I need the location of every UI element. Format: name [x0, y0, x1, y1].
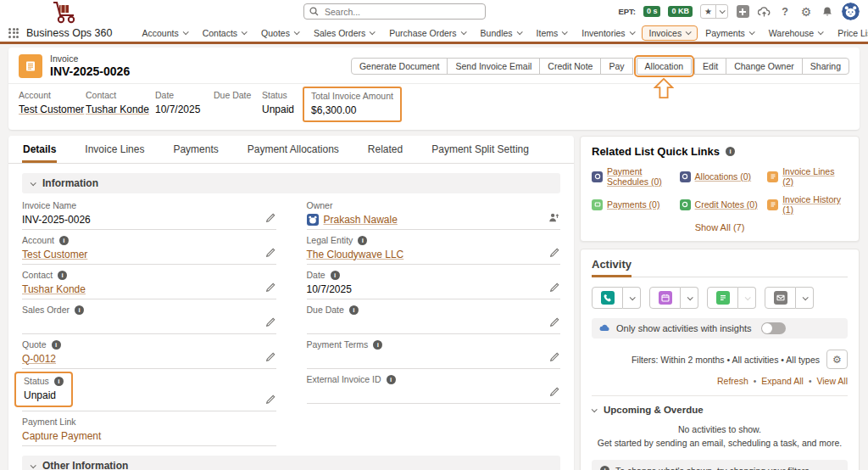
app-launcher-icon[interactable]: [8, 28, 19, 38]
nav-tab-items[interactable]: Items: [529, 26, 575, 40]
tab-payments[interactable]: Payments: [172, 136, 219, 163]
activity-filter-gear-icon[interactable]: ⚙: [826, 350, 848, 369]
chevron-down-icon: [370, 29, 376, 35]
add-icon[interactable]: [736, 5, 749, 19]
pay-button[interactable]: Pay: [600, 58, 632, 75]
nav-tab-invoices[interactable]: Invoices: [642, 25, 698, 41]
info-icon[interactable]: [54, 377, 64, 386]
tab-payment-split-setting[interactable]: Payment Split Setting: [431, 136, 530, 163]
info-icon[interactable]: [387, 375, 396, 384]
edit-pencil-icon[interactable]: [549, 317, 559, 327]
nav-tab-warehouse[interactable]: Warehouse: [761, 26, 830, 40]
account-link[interactable]: Test Customer: [19, 104, 79, 115]
nav-tab-purchase-orders[interactable]: Purchase Orders: [381, 26, 472, 40]
user-avatar[interactable]: [842, 3, 860, 20]
owner-avatar: [307, 214, 319, 226]
section-information[interactable]: Information: [22, 173, 560, 193]
edit-pencil-icon[interactable]: [549, 283, 559, 293]
quick-link-payments[interactable]: Payments (0): [592, 194, 676, 215]
contact-link[interactable]: Tushar Konde: [86, 104, 148, 115]
new-task-button[interactable]: [707, 287, 738, 309]
capture-payment-link[interactable]: Capture Payment: [22, 430, 101, 442]
section-other-information[interactable]: Other Information: [22, 456, 560, 470]
nav-tab-contacts[interactable]: Contacts: [195, 26, 253, 40]
nav-tab-quotes[interactable]: Quotes: [253, 26, 306, 40]
info-icon[interactable]: [373, 340, 382, 350]
log-a-call-button[interactable]: [592, 287, 623, 309]
info-icon[interactable]: [358, 236, 367, 245]
info-icon[interactable]: [75, 305, 84, 315]
quote-link[interactable]: Q-0012: [22, 353, 56, 365]
generate-document-button[interactable]: Generate Document: [351, 58, 448, 75]
activity-tab[interactable]: Activity: [592, 258, 632, 277]
quick-link-invoice-lines[interactable]: Invoice Lines (2): [767, 166, 848, 187]
info-icon[interactable]: [58, 271, 67, 280]
info-icon[interactable]: [349, 305, 359, 315]
quick-link-credit-notes[interactable]: Credit Notes (0): [680, 194, 765, 215]
refresh-link[interactable]: Refresh: [717, 376, 748, 386]
favorite-star-icon[interactable]: ★: [701, 5, 715, 18]
nav-tab-accounts[interactable]: Accounts: [134, 26, 194, 40]
sharing-button[interactable]: Sharing: [802, 58, 849, 75]
guidance-icon[interactable]: [757, 5, 771, 19]
edit-pencil-icon[interactable]: [549, 387, 559, 397]
help-icon[interactable]: ?: [778, 5, 792, 19]
nav-tab-bundles[interactable]: Bundles: [473, 26, 529, 40]
edit-pencil-icon[interactable]: [265, 248, 275, 258]
insights-toggle[interactable]: [761, 322, 786, 334]
nav-tab-price-lists[interactable]: Price Lists: [830, 26, 868, 40]
nav-tabs: Accounts Contacts Quotes Sales Orders Pu…: [134, 25, 868, 41]
expand-all-link[interactable]: Expand All: [761, 376, 804, 386]
view-all-link[interactable]: View All: [816, 376, 848, 386]
info-icon: [600, 466, 609, 470]
account-link[interactable]: Test Customer: [22, 249, 87, 260]
nav-tab-sales-orders[interactable]: Sales Orders: [306, 26, 381, 40]
info-icon[interactable]: [59, 236, 69, 245]
edit-pencil-icon[interactable]: [265, 283, 275, 293]
new-event-dropdown[interactable]: [681, 287, 698, 309]
show-all-link[interactable]: Show All (7): [695, 222, 745, 232]
search-input[interactable]: [303, 3, 486, 20]
quick-link-allocations[interactable]: Allocations (0): [680, 166, 765, 187]
edit-pencil-icon[interactable]: [265, 394, 275, 405]
quick-link-payment-schedules[interactable]: Payment Schedules (0): [592, 166, 676, 187]
change-owner-button[interactable]: Change Owner: [726, 58, 803, 75]
nav-tab-label: Contacts: [203, 28, 237, 38]
edit-pencil-icon[interactable]: [265, 213, 275, 223]
edit-pencil-icon[interactable]: [549, 352, 559, 362]
info-icon[interactable]: [726, 147, 735, 156]
allocation-button[interactable]: Allocation: [637, 58, 693, 75]
email-button[interactable]: [765, 287, 796, 309]
new-task-dropdown[interactable]: [738, 287, 756, 309]
info-icon[interactable]: [52, 340, 61, 350]
log-a-call-dropdown[interactable]: [623, 287, 641, 309]
app-name: Business Ops 360: [26, 27, 112, 39]
chevron-down-icon: [460, 29, 466, 35]
change-owner-icon[interactable]: [548, 212, 559, 223]
contact-link[interactable]: Tushar Konde: [22, 283, 86, 295]
owner-link[interactable]: Prakash Nawale: [324, 214, 398, 226]
ept-time-badge: 0 s: [643, 6, 661, 17]
email-dropdown[interactable]: [796, 287, 814, 309]
tab-payment-allocations[interactable]: Payment Allocations: [247, 136, 340, 163]
setup-gear-icon[interactable]: ⚙: [799, 5, 813, 19]
upcoming-overdue-section[interactable]: Upcoming & Overdue: [592, 405, 848, 415]
nav-tab-payments[interactable]: Payments: [698, 26, 761, 40]
favorites-dropdown[interactable]: [715, 5, 727, 18]
edit-pencil-icon[interactable]: [265, 352, 275, 362]
info-icon[interactable]: [331, 271, 340, 280]
edit-button[interactable]: Edit: [694, 58, 726, 75]
notifications-bell-icon[interactable]: [821, 5, 834, 19]
nav-tab-label: Accounts: [142, 28, 178, 38]
credit-note-button[interactable]: Credit Note: [539, 58, 601, 75]
legal-entity-link[interactable]: The Cloudywave LLC: [307, 249, 404, 260]
tab-invoice-lines[interactable]: Invoice Lines: [84, 136, 145, 163]
nav-tab-inventories[interactable]: Inventories: [574, 26, 641, 40]
tab-related[interactable]: Related: [367, 136, 403, 163]
edit-pencil-icon[interactable]: [549, 248, 559, 258]
quick-link-invoice-history[interactable]: Invoice History (1): [767, 194, 848, 215]
edit-pencil-icon[interactable]: [265, 317, 275, 327]
tab-details[interactable]: Details: [22, 136, 57, 163]
send-invoice-email-button[interactable]: Send Invoice Email: [447, 58, 540, 75]
new-event-button[interactable]: [649, 287, 681, 309]
